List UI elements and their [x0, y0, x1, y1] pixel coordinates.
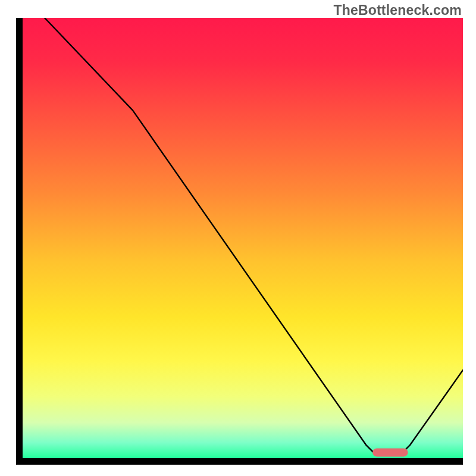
- chart-container: TheBottleneck.com: [0, 0, 476, 476]
- gradient-background: [23, 18, 463, 458]
- bottleneck-chart: [0, 0, 476, 476]
- sweet-spot-marker: [372, 448, 408, 456]
